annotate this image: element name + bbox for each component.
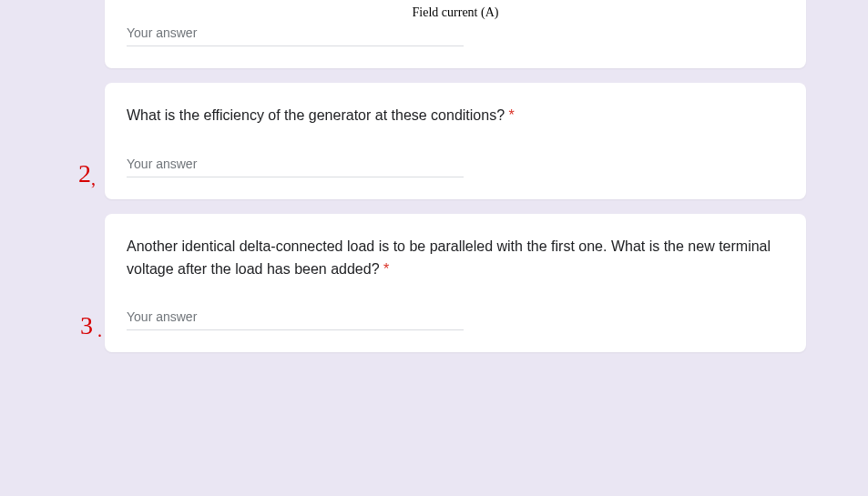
- question-text-2: What is the efficiency of the generator …: [127, 105, 784, 127]
- form-column: Field current (A) What is the efficiency…: [105, 0, 806, 367]
- question-card-1: Field current (A): [105, 0, 806, 68]
- question-card-2: What is the efficiency of the generator …: [105, 83, 806, 199]
- annotation-2: 2,: [78, 161, 96, 187]
- annotation-3: 3 .: [80, 313, 102, 339]
- question-text-3: Another identical delta-connected load i…: [127, 236, 784, 281]
- chart-x-axis-label: Field current (A): [413, 5, 499, 20]
- annotation-3-text: 3: [80, 311, 93, 339]
- answer-input-2[interactable]: [127, 153, 464, 177]
- question-card-3: Another identical delta-connected load i…: [105, 214, 806, 353]
- annotation-dot: ,: [91, 168, 96, 188]
- question-label: What is the efficiency of the generator …: [127, 107, 509, 123]
- required-asterisk: *: [383, 261, 389, 277]
- answer-input-3[interactable]: [127, 306, 464, 330]
- required-asterisk: *: [509, 107, 515, 123]
- annotation-2-text: 2: [78, 159, 91, 187]
- question-label: Another identical delta-connected load i…: [127, 238, 771, 277]
- annotation-dot: .: [93, 320, 102, 340]
- chart-container: Field current (A): [127, 0, 784, 22]
- answer-input-1[interactable]: [127, 22, 464, 46]
